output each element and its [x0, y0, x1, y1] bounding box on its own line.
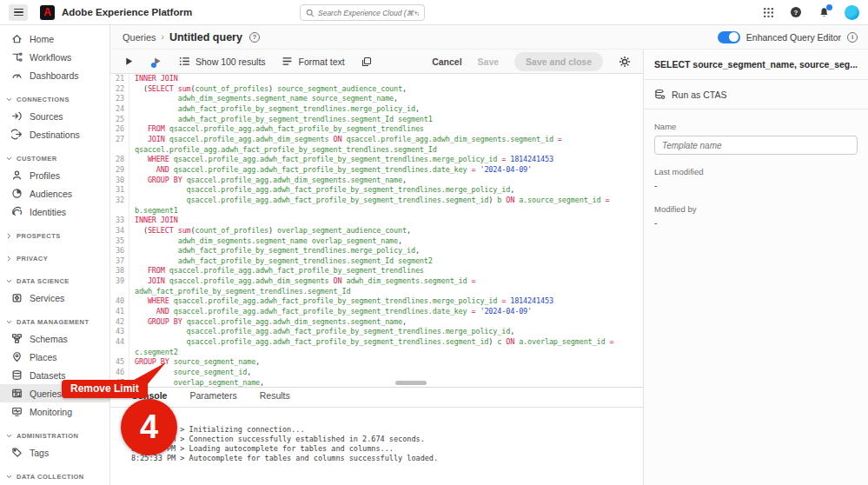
console-log-line: 8:25:15 PM > Connection successfully est… — [131, 435, 643, 444]
code-line-41[interactable]: 41 AND qsaccel.profile_agg.adwh_fact_pro… — [110, 307, 643, 317]
sidebar-item-home[interactable]: Home — [0, 30, 109, 48]
run-query-button[interactable] — [123, 56, 135, 68]
left-nav-sidebar: HomeWorkflowsDashboardsCONNECTIONSSource… — [0, 25, 110, 485]
code-line-43[interactable]: 43 qsaccel.profile_agg.adwh_fact_profile… — [110, 327, 643, 337]
code-line-27[interactable]: 27 JOIN qsaccel.profile_agg.adwh_dim_seg… — [110, 135, 643, 155]
help-button[interactable]: ? — [789, 5, 803, 19]
code-line-40[interactable]: 40 WHERE qsaccel.profile_agg.adwh_fact_p… — [110, 296, 643, 307]
run-as-ctas-button[interactable]: Run as CTAS — [644, 80, 868, 110]
user-avatar[interactable] — [845, 5, 859, 20]
workflows-icon — [11, 51, 23, 63]
sidebar-item-profiles[interactable]: Profiles — [0, 166, 109, 184]
product-name: Adobe Experience Platform — [62, 7, 192, 17]
sidebar-item-monitoring[interactable]: Monitoring — [0, 402, 109, 421]
cancel-button[interactable]: Cancel — [432, 56, 461, 67]
sidebar-item-label: Monitoring — [30, 407, 72, 417]
global-search[interactable] — [300, 4, 425, 21]
app-switcher-button[interactable] — [761, 5, 775, 19]
run-as-ctas-label: Run as CTAS — [672, 90, 726, 100]
sidebar-item-sources[interactable]: Sources — [0, 107, 109, 125]
copy-query-button[interactable] — [361, 56, 373, 68]
sidebar-item-schemas[interactable]: Schemas — [0, 329, 109, 348]
monitoring-icon — [11, 406, 23, 417]
sidebar-section-data-management[interactable]: DATA MANAGEMENT — [0, 314, 109, 329]
hamburger-menu-button[interactable] — [9, 4, 28, 21]
run-selected-button[interactable] — [150, 56, 162, 68]
code-line-38[interactable]: 38 FROM qsaccel.profile_agg.adwh_fact_pr… — [110, 266, 643, 276]
code-line-25[interactable]: 25 adwh_fact_profile_by_segment_trendlin… — [110, 115, 643, 125]
code-line-42[interactable]: 42 GROUP BY qsaccel.profile_agg.adwh_dim… — [110, 317, 643, 328]
sidebar-section-administration[interactable]: ADMINISTRATION — [0, 428, 109, 443]
settings-gear-button[interactable] — [619, 56, 631, 68]
tab-parameters[interactable]: Parameters — [189, 390, 236, 407]
top-bar: A Adobe Experience Platform ? — [0, 0, 868, 25]
name-label: Name — [654, 122, 858, 131]
code-line-39[interactable]: 39 JOIN qsaccel.profile_agg.adwh_dim_seg… — [110, 276, 643, 296]
show-results-button[interactable]: Show 100 results — [178, 56, 266, 68]
code-line-33[interactable]: 33INNER JOIN — [110, 216, 643, 226]
run-selected-icon — [150, 56, 162, 68]
code-text: INNER JOIN — [129, 216, 643, 226]
line-number: 35 — [110, 236, 129, 247]
code-line-32[interactable]: 32 qsaccel.profile_agg.adwh_fact_profile… — [110, 196, 643, 216]
sidebar-item-services[interactable]: Services — [0, 289, 109, 307]
sidebar-item-label: Tags — [30, 448, 49, 458]
sidebar-section-connections[interactable]: CONNECTIONS — [0, 91, 109, 107]
sidebar-section-customer[interactable]: CUSTOMER — [0, 150, 109, 166]
code-text: JOIN qsaccel.profile_agg.adwh_dim_segmen… — [129, 276, 643, 296]
code-line-35[interactable]: 35 adwh_dim_segments.segment_name overla… — [110, 236, 643, 247]
code-text: qsaccel.profile_agg.adwh_fact_profile_by… — [129, 337, 643, 357]
code-line-26[interactable]: 26 FROM qsaccel.profile_agg.adwh_fact_pr… — [110, 124, 643, 135]
code-line-30[interactable]: 30 GROUP BY qsaccel.profile_agg.adwh_dim… — [110, 176, 643, 186]
enhanced-editor-info-icon[interactable]: i — [847, 32, 858, 43]
enhanced-query-editor-toggle[interactable] — [718, 31, 740, 43]
template-name-input[interactable] — [654, 136, 858, 155]
code-line-36[interactable]: 36 adwh_fact_profile_by_segment_trendlin… — [110, 246, 643, 256]
code-line-47[interactable]: 47 overlap_segment_name, — [110, 378, 643, 387]
sidebar-item-label: Profiles — [30, 170, 60, 181]
tab-results[interactable]: Results — [260, 390, 290, 407]
sidebar-section-prospects[interactable]: PROSPECTS — [0, 228, 109, 243]
sidebar-section-privacy[interactable]: PRIVACY — [0, 250, 109, 266]
breadcrumb-queries-link[interactable]: Queries — [123, 32, 156, 43]
format-text-button[interactable]: Format text — [282, 56, 345, 68]
code-text: adwh_fact_profile_by_segment_trendlines.… — [129, 115, 643, 125]
sidebar-item-audiences[interactable]: Audiences — [0, 184, 109, 203]
save-and-close-button[interactable]: Save and close — [514, 52, 603, 71]
notifications-button[interactable] — [817, 5, 831, 19]
code-line-37[interactable]: 37 adwh_fact_profile_by_segment_trendlin… — [110, 256, 643, 267]
code-line-22[interactable]: 22 (SELECT sum(count_of_profiles) source… — [110, 84, 643, 95]
code-line-21[interactable]: 21INNER JOIN — [110, 74, 643, 84]
save-button[interactable]: Save — [478, 56, 500, 67]
code-line-46[interactable]: 46 source_segment_id, — [110, 368, 643, 378]
line-number: 40 — [110, 296, 129, 307]
code-text: (SELECT sum(count_of_profiles) source_se… — [129, 84, 643, 95]
code-line-24[interactable]: 24 adwh_fact_profile_by_segment_trendlin… — [110, 104, 643, 115]
sidebar-item-tags[interactable]: Tags — [0, 443, 109, 462]
destinations-icon — [11, 129, 23, 140]
chevron-right-icon — [5, 255, 13, 262]
code-line-29[interactable]: 29 AND qsaccel.profile_agg.adwh_fact_pro… — [110, 165, 643, 176]
search-input[interactable] — [318, 9, 419, 17]
query-info-icon[interactable]: ? — [249, 32, 260, 43]
code-line-45[interactable]: 45GROUP BY source_segment_name, — [110, 357, 643, 368]
code-line-23[interactable]: 23 adwh_dim_segments.segment_name source… — [110, 94, 643, 104]
sidebar-item-destinations[interactable]: Destinations — [0, 125, 109, 143]
code-line-31[interactable]: 31 qsaccel.profile_agg.adwh_fact_profile… — [110, 185, 643, 196]
editor-horizontal-scrollbar[interactable] — [395, 381, 427, 385]
code-line-34[interactable]: 34 (SELECT sum(count_of_profiles) overla… — [110, 226, 643, 236]
sidebar-item-dashboards[interactable]: Dashboards — [0, 66, 109, 84]
console-log-line: 8:25:15 PM > Loading autocomplete for ta… — [131, 444, 643, 454]
code-line-28[interactable]: 28 WHERE qsaccel.profile_agg.adwh_fact_p… — [110, 155, 643, 165]
sql-code-editor[interactable]: 21INNER JOIN22 (SELECT sum(count_of_prof… — [110, 74, 643, 387]
sidebar-section-data-collection[interactable]: DATA COLLECTION — [0, 468, 109, 484]
line-number: 22 — [110, 84, 129, 95]
code-line-44[interactable]: 44 qsaccel.profile_agg.adwh_fact_profile… — [110, 337, 643, 357]
code-text: source_segment_id, — [129, 368, 643, 378]
sidebar-item-workflows[interactable]: Workflows — [0, 48, 109, 66]
code-text: AND qsaccel.profile_agg.adwh_fact_profil… — [129, 307, 643, 317]
sidebar-section-data-science[interactable]: DATA SCIENCE — [0, 273, 109, 289]
sidebar-section-label: PROSPECTS — [17, 232, 61, 240]
sidebar-item-places[interactable]: Places — [0, 348, 109, 366]
sidebar-item-identities[interactable]: Identities — [0, 203, 109, 221]
